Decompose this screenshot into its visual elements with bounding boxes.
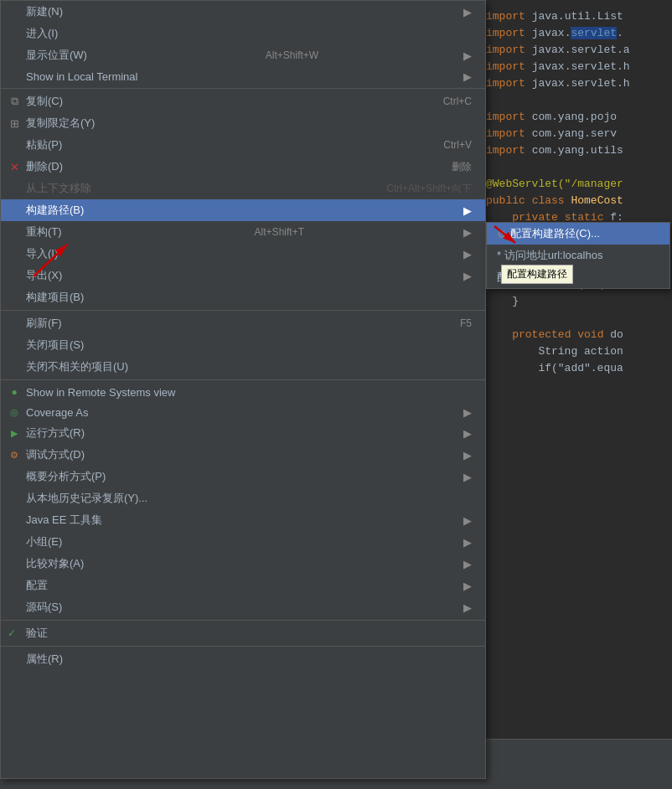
menu-item-build-path[interactable]: 构建路径(B) ▶ [1, 199, 485, 221]
menu-item-refresh[interactable]: 刷新(F) F5 [1, 312, 485, 334]
arrow-icon: ▶ [463, 6, 472, 18]
arrow-icon: ▶ [463, 471, 472, 483]
menu-item-copy[interactable]: ⧉ 复制(C) Ctrl+C [1, 90, 485, 112]
tooltip-text: 配置构建路径 [507, 268, 567, 280]
menu-item-copy-qualified[interactable]: ⊞ 复制限定名(Y) [1, 112, 485, 134]
menu-label: 导出(X) [26, 268, 62, 283]
checkbox-icon: ✓ [8, 627, 16, 639]
menu-item-coverage-as[interactable]: ◎ Coverage As ▶ [1, 402, 485, 422]
menu-item-enter[interactable]: 进入(I) [1, 23, 485, 44]
menu-label: 源码(S) [26, 600, 62, 615]
submenu-item-configure-build[interactable]: ⚙ 配置构建路径(C)... [487, 223, 669, 245]
menu-item-validate[interactable]: ✓ 验证 [1, 622, 485, 644]
menu-label: 运行方式(R) [26, 425, 85, 441]
run-icon: ▶ [6, 428, 23, 439]
menu-label: Show in Local Terminal [26, 70, 137, 83]
gear-icon: ⚙ [497, 228, 507, 240]
arrow-icon: ▶ [463, 558, 472, 570]
menu-label: 关闭不相关的项目(U) [26, 359, 128, 374]
menu-item-close-project[interactable]: 关闭项目(S) [1, 334, 485, 356]
menu-label: 比较对象(A) [26, 556, 84, 571]
menu-item-new[interactable]: 新建(N) ▶ [1, 1, 485, 23]
menu-item-team[interactable]: 小组(E) ▶ [1, 531, 485, 553]
menu-label: 导入(I) [26, 246, 58, 261]
menu-item-debug-as[interactable]: ⚙ 调试方式(D) ▶ [1, 444, 485, 466]
separator [1, 646, 485, 647]
arrow-icon: ▶ [463, 601, 472, 614]
separator [1, 620, 485, 621]
menu-label: 调试方式(D) [26, 447, 85, 462]
menu-label: 重构(T) [26, 224, 62, 240]
submenu-label: 配置构建路径(C)... [510, 226, 600, 241]
menu-label: 构建项目(B) [26, 290, 84, 305]
menu-item-show-position[interactable]: 显示位置(W) Alt+Shift+W ▶ [1, 44, 485, 66]
arrow-icon: ▶ [463, 248, 472, 260]
submenu-label: * 访问地址url:localhos [497, 248, 602, 263]
arrow-icon: ▶ [463, 226, 472, 239]
menu-label: 复制(C) [26, 94, 63, 109]
shortcut-label: 删除 [418, 160, 472, 174]
menu-item-source[interactable]: 源码(S) ▶ [1, 596, 485, 618]
menu-label: 显示位置(W) [26, 48, 87, 63]
menu-label: 复制限定名(Y) [26, 116, 95, 131]
menu-item-java-ee-tools[interactable]: Java EE 工具集 ▶ [1, 509, 485, 531]
shortcut-label: Alt+Shift+W [232, 49, 318, 61]
menu-item-delete[interactable]: ✕ 删除(D) 删除 [1, 156, 485, 178]
arrow-icon: ▶ [463, 427, 472, 440]
menu-item-refactor[interactable]: 重构(T) Alt+Shift+T ▶ [1, 221, 485, 243]
shortcut-label: Ctrl+C [410, 95, 472, 107]
arrow-icon: ▶ [463, 580, 472, 592]
menu-item-export[interactable]: 导出(X) ▶ [1, 265, 485, 286]
menu-label: 从上下文移除 [26, 181, 91, 196]
arrow-icon: ▶ [463, 49, 472, 62]
menu-label: 小组(E) [26, 534, 62, 549]
separator [1, 379, 485, 380]
delete-icon: ✕ [6, 161, 23, 173]
separator [1, 88, 485, 89]
menu-label: 删除(D) [26, 159, 63, 174]
shortcut-label: F5 [426, 317, 472, 329]
separator [1, 310, 485, 311]
menu-item-import[interactable]: 导入(I) ▶ [1, 243, 485, 265]
menu-item-properties[interactable]: 属性(R) [1, 648, 485, 670]
menu-label: 关闭项目(S) [26, 338, 84, 353]
shortcut-label: Ctrl+V [410, 139, 472, 151]
menu-label: 刷新(F) [26, 316, 62, 331]
arrow-icon: ▶ [463, 204, 472, 217]
menu-label: 进入(I) [26, 26, 58, 41]
menu-item-configure[interactable]: 配置 ▶ [1, 575, 485, 596]
menu-item-run-as[interactable]: ▶ 运行方式(R) ▶ [1, 422, 485, 444]
arrow-icon: ▶ [463, 70, 472, 83]
arrow-icon: ▶ [463, 514, 472, 527]
copy-qualified-icon: ⊞ [6, 117, 23, 130]
menu-item-close-unrelated[interactable]: 关闭不相关的项目(U) [1, 356, 485, 378]
menu-label: 配置 [26, 578, 48, 593]
menu-label: 概要分析方式(P) [26, 469, 106, 484]
menu-item-remove-context: 从上下文移除 Ctrl+Alt+Shift+向下 [1, 178, 485, 199]
menu-item-restore[interactable]: 从本地历史记录复原(Y)... [1, 487, 485, 509]
menu-item-compare[interactable]: 比较对象(A) ▶ [1, 553, 485, 575]
copy-icon: ⧉ [6, 95, 23, 108]
menu-item-build-project[interactable]: 构建项目(B) [1, 286, 485, 308]
menu-label: Java EE 工具集 [26, 513, 102, 528]
menu-label: Coverage As [26, 406, 88, 419]
menu-label: 属性(R) [26, 652, 63, 667]
arrow-icon: ▶ [463, 406, 472, 419]
arrow-icon: ▶ [463, 536, 472, 549]
coverage-icon: ◎ [6, 407, 23, 418]
menu-item-show-remote[interactable]: ● Show in Remote Systems view [1, 382, 485, 402]
menu-label: 从本地历史记录复原(Y)... [26, 491, 147, 506]
remote-icon: ● [6, 386, 23, 398]
menu-item-show-terminal[interactable]: Show in Local Terminal ▶ [1, 66, 485, 86]
menu-label: 粘贴(P) [26, 137, 62, 152]
menu-item-paste[interactable]: 粘贴(P) Ctrl+V [1, 134, 485, 156]
submenu-item-url[interactable]: * 访问地址url:localhos [487, 245, 669, 266]
shortcut-label: Alt+Shift+T [221, 226, 304, 238]
shortcut-label: Ctrl+Alt+Shift+向下 [353, 182, 472, 196]
debug-icon: ⚙ [6, 450, 23, 461]
menu-label: 验证 [26, 626, 48, 641]
menu-item-profile-as[interactable]: 概要分析方式(P) ▶ [1, 466, 485, 487]
arrow-icon: ▶ [463, 449, 472, 462]
arrow-icon: ▶ [463, 270, 472, 282]
menu-label: 新建(N) [26, 4, 63, 19]
